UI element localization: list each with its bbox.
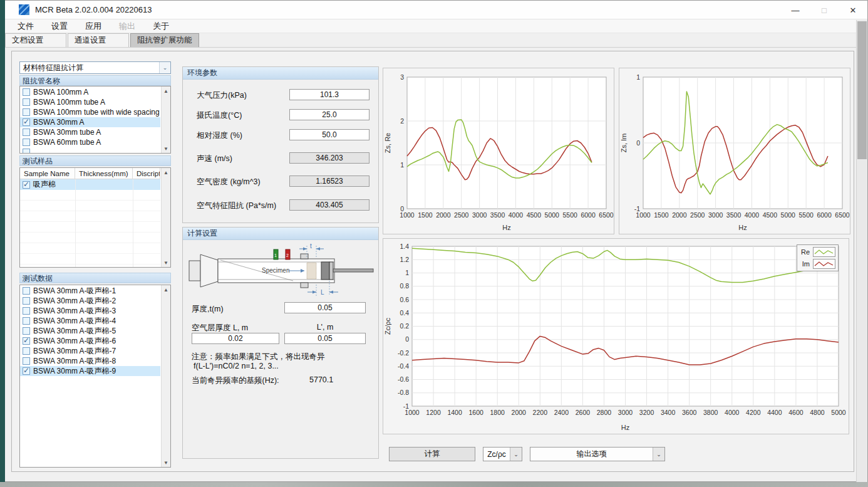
tube-list-scrollbar[interactable]: ▲ ▼ xyxy=(161,86,170,153)
data-list-item[interactable]: BSWA 30mm A-吸声棉-2 xyxy=(20,296,160,306)
tube-list-header: 阻抗管名称 xyxy=(19,75,171,86)
sample-table-header-label: 测试样品 xyxy=(19,155,171,166)
tab-2[interactable]: 阻抗管扩展功能 xyxy=(130,33,199,47)
humidity-field[interactable]: 50.0 xyxy=(289,129,369,140)
environment-params-group: 环境参数 大气压力(kPa) 101.3 摄氏温度(°C) 25.0 相对湿度 … xyxy=(182,66,379,223)
scroll-up-icon[interactable]: ▲ xyxy=(162,168,170,177)
window-scrollbar[interactable] xyxy=(856,20,867,482)
data-list-checkbox[interactable] xyxy=(23,297,30,305)
maximize-button[interactable]: □ xyxy=(810,1,839,19)
scroll-up-icon[interactable]: ▲ xyxy=(162,86,170,95)
data-list-checkbox[interactable] xyxy=(23,357,30,365)
menu-item-1[interactable]: 设置 xyxy=(43,19,76,33)
data-list-item[interactable]: BSWA 30mm A-吸声棉-9 xyxy=(20,366,160,376)
svg-text:0: 0 xyxy=(636,139,640,147)
data-list-checkbox[interactable] xyxy=(23,347,30,355)
tube-list-item[interactable] xyxy=(20,147,160,153)
data-list-item[interactable]: BSWA 30mm A-吸声棉-6 xyxy=(20,336,160,346)
data-list-scrollbar[interactable]: ▲ ▼ xyxy=(161,285,170,467)
temperature-field[interactable]: 25.0 xyxy=(289,109,369,120)
svg-text:4400: 4400 xyxy=(767,409,782,416)
tube-list-checkbox[interactable] xyxy=(23,88,30,96)
data-list-item[interactable]: BSWA 30mm A-吸声棉-7 xyxy=(20,346,160,356)
tube-list-checkbox[interactable] xyxy=(23,139,30,146)
chart-zs-im: 1000150020002500300035004000450050005500… xyxy=(619,68,850,234)
tube-list-item[interactable]: BSWA 30mm tube A xyxy=(20,127,160,137)
scrollbar-thumb[interactable] xyxy=(857,21,867,159)
tab-1[interactable]: 通道设置 xyxy=(68,33,129,47)
svg-text:3500: 3500 xyxy=(726,211,741,219)
menu-item-4[interactable]: 关于 xyxy=(144,19,178,33)
column-description[interactable]: Discription xyxy=(133,168,160,179)
unit-dropdown[interactable]: Zc/ρc ⌄ xyxy=(483,447,522,461)
thickness-field[interactable]: 0.05 xyxy=(284,302,366,313)
svg-text:0.6: 0.6 xyxy=(400,296,409,303)
column-sample-name[interactable]: Sample Name xyxy=(20,168,75,179)
svg-text:-0.6: -0.6 xyxy=(398,375,409,383)
tube-list-checkbox[interactable] xyxy=(23,118,30,126)
scroll-up-icon[interactable]: ▲ xyxy=(162,285,170,294)
desktop-background-strip xyxy=(0,0,5,487)
svg-text:4500: 4500 xyxy=(763,211,778,219)
scroll-down-icon[interactable]: ▼ xyxy=(162,458,170,467)
scroll-down-icon[interactable]: ▼ xyxy=(162,144,170,153)
output-options-dropdown[interactable]: 输出选项 ⌄ xyxy=(530,447,665,461)
data-list-checkbox[interactable] xyxy=(23,287,30,295)
tube-listbox: BSWA 100mm ABSWA 100mm tube ABSWA 100mm … xyxy=(19,86,171,154)
sample-table-row[interactable]: 吸声棉 xyxy=(20,179,160,190)
calculate-button[interactable]: 计算 xyxy=(389,447,475,461)
column-thickness[interactable]: Thickness(mm) xyxy=(75,168,133,179)
svg-text:6000: 6000 xyxy=(817,211,832,219)
data-list-item[interactable]: BSWA 30mm A-吸声棉-3 xyxy=(20,306,160,316)
tube-list-item[interactable]: BSWA 100mm A xyxy=(20,87,160,97)
data-list-checkbox[interactable] xyxy=(23,337,30,345)
data-list-item[interactable]: BSWA 30mm A-吸声棉-4 xyxy=(20,316,160,326)
air-layer-field[interactable]: 0.02 xyxy=(192,333,279,344)
svg-text:4000: 4000 xyxy=(509,211,524,219)
svg-text:1000: 1000 xyxy=(405,409,420,416)
menu-item-2[interactable]: 应用 xyxy=(76,19,110,33)
sample-table-scrollbar[interactable]: ▲ ▼ xyxy=(161,168,170,267)
data-list-checkbox[interactable] xyxy=(23,327,30,335)
minimize-button[interactable]: — xyxy=(781,1,810,19)
menu-item-0[interactable]: 文件 xyxy=(9,19,43,33)
app-window: MCR Beta 2.02.0.004 20220613 — □ ✕ 文件设置应… xyxy=(5,0,868,482)
tube-list-checkbox[interactable] xyxy=(23,108,30,116)
pressure-field[interactable]: 101.3 xyxy=(289,89,369,100)
tube-list-checkbox[interactable] xyxy=(23,128,30,136)
tube-list-item[interactable]: BSWA 30mm A xyxy=(20,117,160,127)
data-list-item[interactable]: BSWA 30mm A-吸声棉-8 xyxy=(20,356,160,366)
svg-text:1000: 1000 xyxy=(636,211,651,219)
tube-list-checkbox[interactable] xyxy=(23,98,30,106)
tube-list-item[interactable]: BSWA 100mm tube with wide spacing xyxy=(20,107,160,117)
base-frequency-value: 5770.1 xyxy=(309,375,333,384)
chevron-down-icon[interactable]: ⌄ xyxy=(653,448,664,461)
svg-text:4600: 4600 xyxy=(788,409,803,416)
tab-0[interactable]: 文档设置 xyxy=(5,33,66,47)
svg-text:3400: 3400 xyxy=(661,409,676,416)
close-button[interactable]: ✕ xyxy=(839,1,867,19)
svg-text:3000: 3000 xyxy=(472,211,487,219)
data-list-checkbox[interactable] xyxy=(23,367,30,375)
data-list-checkbox[interactable] xyxy=(23,307,30,315)
chart-canvas: 1000150020002500300035004000450050005500… xyxy=(619,68,850,234)
unit-dropdown-value: Zc/ρc xyxy=(483,450,510,459)
chevron-down-icon[interactable]: ⌄ xyxy=(159,62,170,73)
calc-type-dropdown[interactable]: 材料特征阻抗计算 ⌄ xyxy=(19,61,171,74)
data-list-checkbox[interactable] xyxy=(23,317,30,325)
data-list-item[interactable]: BSWA 30mm A-吸声棉-5 xyxy=(20,326,160,336)
chevron-down-icon[interactable]: ⌄ xyxy=(510,448,522,461)
svg-text:2000: 2000 xyxy=(512,409,527,416)
data-list-item[interactable]: BSWA 30mm A-吸声棉-1 xyxy=(20,286,160,296)
tube-list-checkbox[interactable] xyxy=(23,149,30,153)
legend-entry-im: Im xyxy=(800,259,835,269)
svg-text:4000: 4000 xyxy=(745,211,760,219)
air-layer2-field[interactable]: 0.05 xyxy=(284,333,366,344)
sample-checkbox[interactable] xyxy=(23,181,30,189)
tube-list-item[interactable]: BSWA 100mm tube A xyxy=(20,97,160,107)
svg-text:1000: 1000 xyxy=(400,211,415,219)
svg-text:3200: 3200 xyxy=(639,409,654,416)
tube-list-item[interactable]: BSWA 60mm tube A xyxy=(20,137,160,147)
svg-text:Zs, Im: Zs, Im xyxy=(620,134,628,153)
scroll-down-icon[interactable]: ▼ xyxy=(162,258,170,267)
